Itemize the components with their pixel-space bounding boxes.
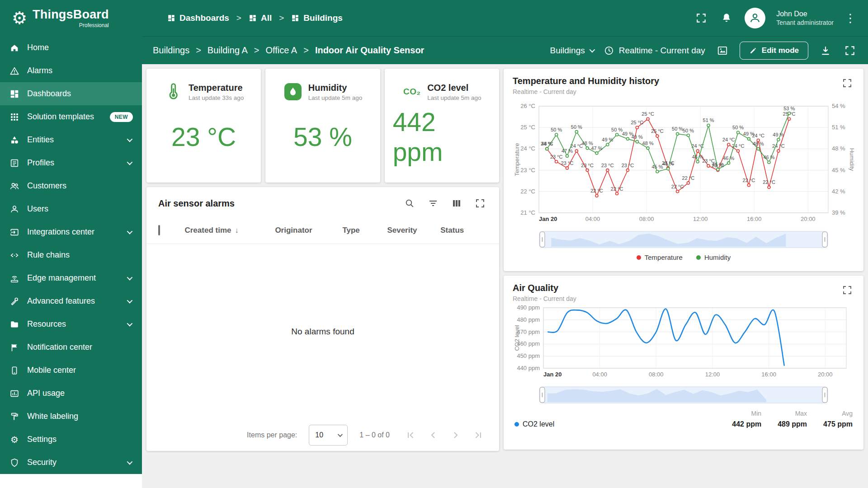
edit-mode-button[interactable]: Edit mode — [740, 42, 808, 60]
svg-text:50 %: 50 % — [551, 127, 562, 132]
dashboard-state-select[interactable]: Buildings — [550, 46, 594, 56]
dashboard-toolbar: Buildings > Building A > Office A > Indo… — [142, 36, 868, 64]
svg-text:25 °C: 25 °C — [520, 124, 535, 131]
column-originator[interactable]: Originator — [275, 226, 342, 235]
svg-text:12:00: 12:00 — [705, 371, 720, 378]
sidebar-item-notification-center[interactable]: Notification center — [0, 336, 142, 359]
crumb-office-a[interactable]: Office A — [266, 45, 297, 56]
sidebar-item-dashboards[interactable]: Dashboards — [0, 82, 142, 105]
sidebar-item-entities[interactable]: Entities — [0, 128, 142, 151]
svg-text:49 %: 49 % — [632, 134, 643, 140]
svg-text:24 °C: 24 °C — [520, 145, 535, 152]
image-export-icon[interactable] — [715, 43, 730, 58]
svg-text:08:00: 08:00 — [639, 216, 654, 222]
sidebar-item-mobile-center[interactable]: Mobile center — [0, 359, 142, 382]
search-icon[interactable] — [402, 196, 417, 211]
more-options-icon[interactable]: ⋮ — [844, 12, 856, 24]
svg-text:23 °C: 23 °C — [561, 160, 574, 166]
svg-text:16:00: 16:00 — [761, 371, 776, 378]
svg-text:22 °C: 22 °C — [743, 178, 755, 183]
time-range-slider[interactable] — [539, 386, 828, 404]
sidebar-item-settings[interactable]: ⚙ Settings — [0, 428, 142, 451]
top-app-bar: ⚙ ThingsBoard Professional Dashboards > … — [0, 0, 868, 36]
chevron-down-icon — [127, 322, 133, 326]
co2-line-chart[interactable]: 440 ppm450 ppm460 ppm470 ppm480 ppm490 p… — [513, 302, 854, 383]
timewindow-button[interactable]: Realtime - Current day — [604, 45, 705, 56]
sidebar-item-api-usage[interactable]: API usage — [0, 382, 142, 405]
svg-text:490 ppm: 490 ppm — [517, 304, 540, 311]
fullscreen-icon[interactable] — [473, 196, 487, 211]
fullscreen-icon[interactable] — [840, 283, 854, 297]
sidebar-item-customers[interactable]: Customers — [0, 174, 142, 197]
items-per-page-select[interactable]: 10 — [309, 425, 348, 446]
last-page-icon[interactable] — [469, 426, 487, 444]
column-severity[interactable]: Severity — [387, 226, 440, 235]
breadcrumb-all[interactable]: All — [249, 13, 272, 23]
category-shapes-icon — [9, 135, 20, 145]
sidebar-item-advanced-features[interactable]: Advanced features — [0, 290, 142, 313]
svg-text:45 %: 45 % — [832, 167, 845, 174]
column-type[interactable]: Type — [342, 226, 387, 235]
thingsboard-logo[interactable]: ⚙ ThingsBoard Professional — [0, 8, 142, 28]
sidebar-item-edge-management[interactable]: Edge management — [0, 267, 142, 290]
column-status[interactable]: Status — [440, 226, 487, 235]
select-all-checkbox[interactable] — [158, 225, 160, 235]
breadcrumb-dashboards[interactable]: Dashboards — [167, 13, 229, 23]
crumb-buildings[interactable]: Buildings — [153, 45, 189, 56]
sidebar-item-security[interactable]: Security — [0, 451, 142, 474]
previous-page-icon[interactable] — [424, 426, 442, 444]
breadcrumb-separator: > — [303, 45, 309, 56]
svg-text:51 %: 51 % — [832, 124, 845, 131]
legend-dot — [514, 422, 519, 427]
legend-co2-level[interactable]: CO2 level — [514, 420, 554, 428]
crumb-current-state: Indoor Air Quality Sensor — [315, 45, 425, 56]
legend-humidity[interactable]: Humidity — [696, 253, 731, 261]
fullscreen-icon[interactable] — [843, 43, 857, 58]
chart-subtitle: Realtime - Current day — [513, 295, 576, 302]
breadcrumb-separator: > — [254, 45, 259, 56]
sidebar-item-alarms[interactable]: Alarms — [0, 59, 142, 82]
sidebar: Home Alarms Dashboards Solution template… — [0, 36, 142, 488]
column-created-time[interactable]: Created time ↓ — [184, 226, 275, 235]
svg-text:20:00: 20:00 — [818, 371, 833, 378]
gear-icon: ⚙ — [9, 434, 20, 445]
next-page-icon[interactable] — [447, 426, 465, 444]
svg-text:51 %: 51 % — [703, 117, 714, 123]
columns-icon[interactable] — [449, 196, 464, 211]
sidebar-item-profiles[interactable]: Profiles — [0, 151, 142, 174]
download-icon[interactable] — [818, 43, 833, 58]
svg-text:23 °C: 23 °C — [622, 163, 634, 168]
breadcrumb-buildings[interactable]: Buildings — [291, 13, 343, 23]
sidebar-item-white-labeling[interactable]: White labeling — [0, 405, 142, 428]
warning-icon — [9, 66, 20, 76]
svg-text:46 %: 46 % — [692, 154, 703, 160]
sidebar-item-integrations-center[interactable]: Integrations center — [0, 221, 142, 244]
shield-icon — [9, 457, 20, 468]
legend-temperature[interactable]: Temperature — [637, 253, 683, 261]
sidebar-item-users[interactable]: Users — [0, 197, 142, 221]
svg-text:48 %: 48 % — [541, 141, 552, 146]
dashboard-breadcrumb: Buildings > Building A > Office A > Indo… — [153, 45, 424, 56]
time-range-slider[interactable] — [539, 231, 828, 248]
crumb-building-a[interactable]: Building A — [208, 45, 248, 56]
people-icon — [9, 181, 20, 192]
svg-text:22 °C: 22 °C — [520, 188, 535, 195]
user-avatar[interactable] — [745, 8, 765, 28]
items-per-page-label: Items per page: — [247, 431, 297, 439]
table-paginator: Items per page: 10 1 – 0 of 0 — [146, 419, 499, 451]
fullscreen-icon[interactable] — [840, 76, 854, 90]
chevron-down-icon — [127, 230, 133, 234]
notifications-bell-icon[interactable] — [719, 11, 734, 25]
temp-humidity-line-chart[interactable]: 21 °C22 °C23 °C24 °C25 °C26 °C39 %42 %45… — [513, 95, 854, 227]
svg-text:46 %: 46 % — [763, 155, 774, 160]
sidebar-item-resources[interactable]: Resources — [0, 313, 142, 336]
user-menu[interactable]: John Doe Tenant administrator — [776, 9, 834, 27]
fullscreen-icon[interactable] — [694, 11, 708, 25]
dashboards-grid-icon — [249, 14, 257, 22]
user-name: John Doe — [776, 9, 834, 19]
first-page-icon[interactable] — [401, 426, 420, 444]
filter-icon[interactable] — [426, 196, 440, 211]
sidebar-item-rule-chains[interactable]: Rule chains — [0, 244, 142, 267]
sidebar-item-solution-templates[interactable]: Solution templates NEW — [0, 105, 142, 128]
sidebar-item-home[interactable]: Home — [0, 36, 142, 59]
